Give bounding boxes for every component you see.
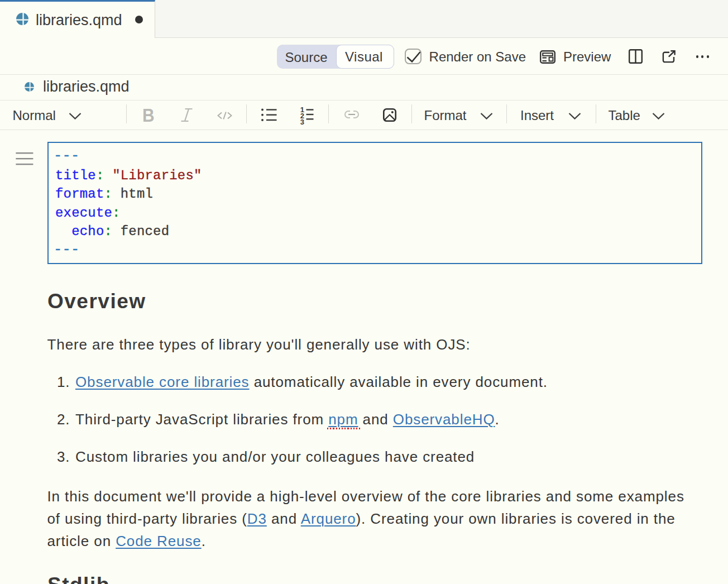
svg-text:3: 3 <box>300 118 304 125</box>
